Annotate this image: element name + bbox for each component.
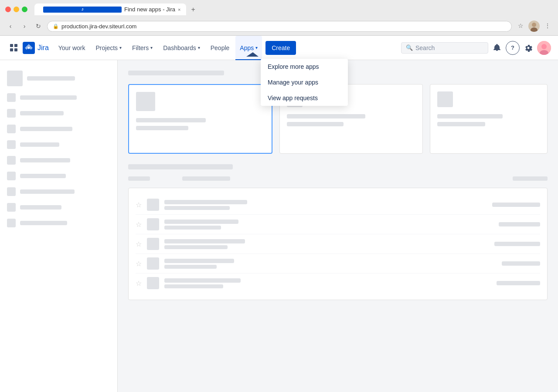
star-icon-3[interactable]: ☆ — [136, 240, 142, 248]
sidebar-item-8[interactable] — [0, 184, 117, 199]
sidebar-icon-6 — [7, 156, 16, 165]
table-row-5[interactable]: ☆ — [136, 274, 540, 293]
star-icon-5[interactable]: ☆ — [136, 279, 142, 287]
sidebar-label-1 — [27, 76, 75, 81]
sidebar-label-7 — [20, 174, 66, 178]
tab-favicon: J — [43, 7, 122, 13]
browser-titlebar: J Find new apps - Jira × + — [0, 0, 558, 19]
grid-menu-button[interactable] — [7, 41, 21, 55]
notifications-button[interactable] — [490, 41, 504, 55]
nav-dashboards[interactable]: Dashboards ▾ — [159, 36, 204, 60]
row-3-icon — [147, 238, 159, 250]
top-skeleton-line — [128, 71, 224, 75]
forward-button[interactable]: › — [19, 21, 30, 31]
arrow-icon — [246, 52, 259, 61]
url-text: production.jira-dev.siteurl.com — [61, 23, 136, 30]
window-close-dot[interactable] — [5, 7, 11, 12]
sidebar-item-9[interactable] — [0, 199, 117, 215]
nav-filters[interactable]: Filters ▾ — [128, 36, 157, 60]
star-icon-2[interactable]: ☆ — [136, 220, 142, 229]
row-3-title — [164, 239, 245, 243]
window-maximize-dot[interactable] — [22, 7, 27, 12]
browser-chrome: J Find new apps - Jira × + ‹ › ↻ 🔒 produ… — [0, 0, 558, 36]
browser-menu-button[interactable]: ⋮ — [542, 20, 553, 31]
star-icon-4[interactable]: ☆ — [136, 260, 142, 268]
table-row-2[interactable]: ☆ — [136, 215, 540, 234]
card-2-line2 — [287, 122, 344, 126]
sidebar-icon-4 — [7, 125, 16, 133]
tab-close-button[interactable]: × — [178, 7, 180, 12]
card-3-line1 — [437, 114, 503, 118]
row-5-icon — [147, 277, 159, 289]
help-button[interactable]: ? — [506, 41, 520, 55]
row-5-sub — [164, 284, 223, 288]
bookmark-button[interactable]: ☆ — [515, 20, 526, 31]
filters-chevron: ▾ — [150, 45, 153, 50]
row-2-title — [164, 220, 238, 224]
svg-rect-6 — [14, 48, 17, 51]
table-row-4[interactable]: ☆ — [136, 254, 540, 274]
browser-user-avatar[interactable] — [528, 20, 540, 32]
card-1-line2 — [136, 126, 188, 130]
sidebar-item-3[interactable] — [0, 105, 117, 121]
card-3[interactable] — [430, 84, 548, 154]
row-5-meta — [497, 281, 540, 285]
sidebar-item-7[interactable] — [0, 168, 117, 184]
dropdown-arrow — [246, 52, 259, 63]
dashboards-chevron: ▾ — [198, 45, 200, 50]
sidebar-icon-9 — [7, 203, 16, 212]
user-avatar[interactable] — [537, 41, 551, 55]
sidebar-item-4[interactable] — [0, 121, 117, 137]
browser-tab-active[interactable]: J Find new apps - Jira × — [34, 3, 186, 15]
browser-addressbar: ‹ › ↻ 🔒 production.jira-dev.siteurl.com … — [0, 19, 558, 35]
apps-dropdown-menu: Explore more apps Manage your apps View … — [261, 59, 348, 106]
settings-button[interactable] — [521, 41, 535, 55]
sidebar-item-6[interactable] — [0, 152, 117, 168]
create-button[interactable]: Create — [265, 41, 296, 55]
row-1-sub — [164, 206, 230, 210]
table-row-1[interactable]: ☆ — [136, 195, 540, 215]
svg-rect-3 — [10, 44, 13, 47]
sidebar-icon-3 — [7, 109, 16, 118]
sidebar-item-1[interactable] — [0, 67, 117, 90]
dropdown-item-explore[interactable]: Explore more apps — [261, 59, 348, 74]
card-1-icon — [136, 92, 155, 111]
sidebar-label-4 — [20, 127, 72, 131]
search-icon: 🔍 — [406, 44, 413, 51]
row-1-icon — [147, 199, 159, 211]
new-tab-button[interactable]: + — [191, 6, 195, 14]
star-icon-1[interactable]: ☆ — [136, 201, 142, 209]
svg-marker-10 — [246, 52, 259, 57]
sidebar-label-6 — [20, 158, 70, 162]
row-1-meta — [492, 203, 540, 207]
window-minimize-dot[interactable] — [14, 7, 19, 12]
sidebar-label-10 — [20, 221, 67, 225]
nav-projects[interactable]: Projects ▾ — [92, 36, 126, 60]
dropdown-item-requests[interactable]: View app requests — [261, 90, 348, 106]
refresh-button[interactable]: ↻ — [33, 21, 44, 31]
sidebar-item-2[interactable] — [0, 90, 117, 105]
browser-window-controls — [5, 7, 27, 12]
apps-chevron: ▾ — [255, 45, 258, 50]
row-2-icon — [147, 218, 159, 230]
table-row-3[interactable]: ☆ — [136, 234, 540, 254]
row-1-title — [164, 200, 247, 204]
row-4-sub — [164, 265, 217, 269]
search-box[interactable]: 🔍 Search — [401, 42, 488, 54]
dropdown-item-manage[interactable]: Manage your apps — [261, 74, 348, 90]
card-1[interactable] — [128, 84, 272, 154]
sidebar-label-2 — [20, 95, 77, 100]
address-bar[interactable]: 🔒 production.jira-dev.siteurl.com — [47, 21, 512, 32]
svg-point-8 — [541, 44, 547, 49]
sidebar-item-5[interactable] — [0, 137, 117, 152]
subheader-col1 — [128, 176, 150, 181]
row-2-sub — [164, 226, 221, 230]
jira-logo[interactable]: Jira — [23, 42, 49, 54]
sidebar-item-10[interactable] — [0, 215, 117, 231]
nav-people[interactable]: People — [206, 36, 234, 60]
sidebar-icon-10 — [7, 219, 16, 227]
lock-icon: 🔒 — [53, 24, 59, 29]
nav-your-work[interactable]: Your work — [54, 36, 90, 60]
row-3-meta — [494, 242, 540, 246]
back-button[interactable]: ‹ — [5, 21, 16, 31]
